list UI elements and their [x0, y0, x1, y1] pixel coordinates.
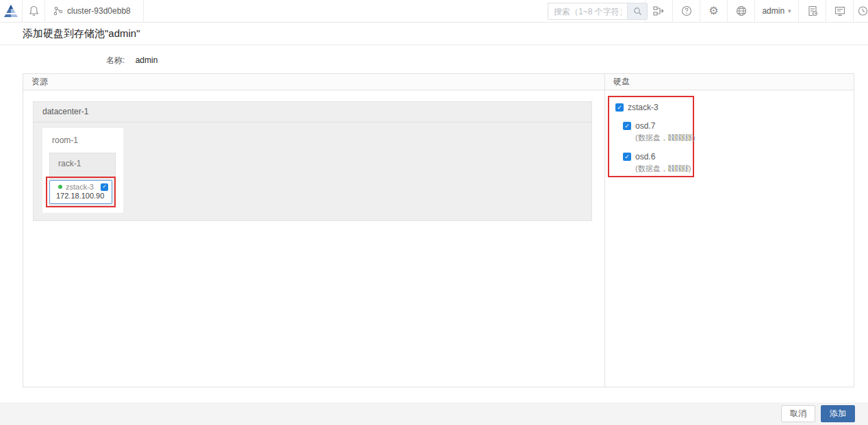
monitor-icon	[834, 6, 845, 16]
host-card[interactable]: zstack-3 ✓ 172.18.100.90	[49, 180, 112, 204]
disk-item: ✓ osd.7 (数据盘，)	[623, 121, 693, 143]
panels-header: 资源 硬盘	[23, 74, 854, 90]
disk-item: ✓ osd.6 (数据盘，)	[623, 152, 693, 174]
user-menu[interactable]: admin ▾	[754, 0, 798, 23]
history-button[interactable]	[853, 0, 868, 23]
disk-checkbox[interactable]: ✓	[623, 122, 631, 130]
disk-host-checkbox[interactable]: ✓	[615, 103, 624, 112]
disk-name: osd.7	[635, 121, 655, 131]
name-form-row: 名称: admin	[106, 55, 157, 66]
notifications-button[interactable]	[23, 0, 45, 23]
host-ip: 172.18.100.90	[53, 192, 108, 200]
disk-host-label: zstack-3	[628, 103, 659, 112]
language-button[interactable]	[727, 0, 754, 23]
bell-icon	[29, 5, 39, 16]
disk-host-row: ✓ zstack-3	[615, 103, 693, 112]
name-label: 名称:	[106, 55, 125, 65]
cancel-button[interactable]: 取消	[781, 405, 815, 422]
settings-button[interactable]: ⚙	[700, 0, 727, 23]
clock-icon	[858, 5, 868, 16]
gear-icon: ⚙	[709, 5, 718, 16]
page-title: 添加硬盘到存储池"admin"	[23, 27, 140, 40]
chevron-down-icon: ▾	[788, 8, 791, 14]
cluster-icon	[53, 6, 63, 16]
check-icon: ✓	[624, 154, 630, 160]
room-label: room-1	[42, 128, 123, 145]
submit-button[interactable]: 添加	[821, 405, 855, 422]
disk-detail-suffix: )	[689, 164, 691, 172]
redacted-capacity	[668, 134, 693, 141]
search-button[interactable]	[627, 3, 648, 20]
host-status-dot	[58, 185, 62, 189]
rack-label: rack-1	[50, 153, 115, 168]
title-row: 添加硬盘到存储池"admin"	[0, 23, 868, 45]
resources-panel-header: 资源	[23, 74, 604, 90]
disks-annotation-box: ✓ zstack-3 ✓ osd.7 (数据盘，)	[608, 96, 694, 177]
search-icon	[633, 7, 642, 16]
resources-panel: datacenter-1 room-1 rack-1 zstack-3 ✓	[23, 90, 604, 387]
logo-icon	[3, 4, 18, 18]
name-value: admin	[136, 55, 158, 65]
host-name: zstack-3	[66, 183, 101, 191]
topology-view-button[interactable]	[645, 0, 672, 23]
cluster-label: cluster-93d0ebb8	[67, 6, 131, 16]
topology-icon	[653, 6, 665, 16]
datacenter-container: datacenter-1 room-1 rack-1 zstack-3 ✓	[33, 101, 592, 221]
cluster-selector[interactable]: cluster-93d0ebb8	[45, 0, 144, 23]
selection-panels: 资源 硬盘 datacenter-1 room-1 rack-1 zstack-	[23, 73, 854, 387]
disk-checkbox[interactable]: ✓	[623, 153, 631, 161]
disk-detail: (数据盘，)	[635, 164, 693, 174]
task-log-button[interactable]	[798, 0, 826, 23]
disk-detail-suffix: )	[693, 133, 695, 142]
help-icon	[681, 5, 692, 16]
console-button[interactable]	[826, 0, 853, 23]
disk-detail-prefix: (数据盘，	[635, 164, 668, 172]
redacted-capacity	[668, 165, 689, 172]
check-icon: ✓	[102, 184, 107, 190]
datacenter-label: datacenter-1	[34, 102, 591, 123]
top-bar: cluster-93d0ebb8 ⚙	[0, 0, 868, 23]
check-icon: ✓	[624, 123, 630, 129]
document-tasks-icon	[807, 5, 818, 16]
footer-bar: 取消 添加	[0, 402, 868, 425]
disk-name: osd.6	[635, 152, 655, 162]
disk-detail: (数据盘，)	[635, 133, 693, 143]
disks-panel-header: 硬盘	[604, 74, 854, 90]
app-logo	[0, 0, 23, 23]
search-input[interactable]	[548, 3, 627, 20]
host-annotation-box: zstack-3 ✓ 172.18.100.90	[46, 177, 116, 207]
disks-panel: ✓ zstack-3 ✓ osd.7 (数据盘，)	[604, 90, 854, 387]
search-box	[548, 3, 648, 20]
check-icon: ✓	[617, 105, 622, 111]
help-button[interactable]	[672, 0, 700, 23]
host-checkbox[interactable]: ✓	[101, 183, 108, 191]
disk-detail-prefix: (数据盘，	[635, 133, 668, 142]
user-label: admin	[762, 6, 784, 16]
room-container: room-1 rack-1 zstack-3 ✓	[42, 128, 123, 213]
globe-icon	[736, 5, 747, 16]
